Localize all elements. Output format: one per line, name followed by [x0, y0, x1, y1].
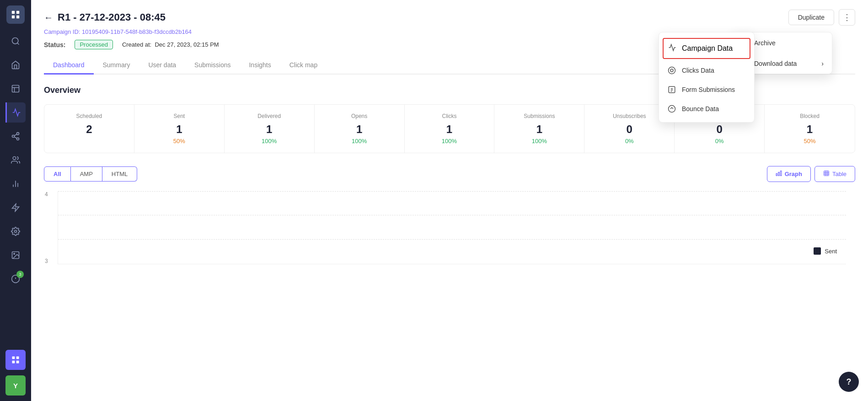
stat-clicks-pct: 100%: [409, 138, 490, 144]
sidebar-item-users[interactable]: [5, 150, 26, 170]
header-area: ← R1 - 27-12-2023 - 08:45 Duplicate ⋮ Ar…: [31, 0, 868, 75]
sidebar-item-user-avatar[interactable]: Y: [5, 375, 26, 396]
sidebar-item-home[interactable]: [5, 55, 26, 75]
stat-submissions-pct: 100%: [499, 138, 579, 144]
help-button[interactable]: ?: [839, 372, 859, 392]
logo[interactable]: [6, 5, 25, 24]
svg-rect-6: [12, 86, 19, 92]
svg-rect-3: [16, 16, 19, 18]
stat-scheduled-value: 2: [49, 123, 129, 136]
filter-html-button[interactable]: HTML: [102, 166, 137, 182]
table-view-button[interactable]: Table: [814, 166, 855, 182]
stat-delivered: Delivered 1 100%: [225, 105, 315, 153]
svg-rect-38: [780, 171, 781, 176]
stat-opens-value: 1: [319, 123, 400, 136]
stat-opens-pct: 100%: [319, 138, 400, 144]
tab-submissions[interactable]: Submissions: [185, 57, 240, 75]
legend-label-sent: Sent: [825, 248, 837, 255]
y-label-4: 4: [45, 191, 48, 198]
table-btn-label: Table: [832, 171, 847, 177]
sidebar-item-share[interactable]: [5, 126, 26, 146]
stat-unsubscribes-label: Unsubscribes: [589, 113, 670, 119]
svg-rect-26: [16, 357, 19, 359]
created-label: Created at:: [122, 41, 151, 48]
clicks-data-label: Clicks Data: [682, 67, 714, 74]
svg-point-21: [14, 253, 15, 255]
tab-click-map[interactable]: Click map: [280, 57, 327, 75]
status-label: Status:: [44, 41, 65, 48]
chevron-right-icon: ›: [821, 60, 824, 67]
sidebar-item-analytics[interactable]: [5, 174, 26, 194]
svg-point-10: [12, 135, 15, 138]
stat-submissions-value: 1: [499, 123, 579, 136]
stat-scheduled-label: Scheduled: [49, 113, 129, 119]
stat-delivered-value: 1: [229, 123, 310, 136]
tab-summary[interactable]: Summary: [94, 57, 139, 75]
form-submissions-icon: [667, 86, 676, 94]
sidebar-item-reports[interactable]: [5, 79, 26, 99]
created-at: Created at: Dec 27, 2023, 02:15 PM: [122, 41, 219, 48]
filter-all-button[interactable]: All: [44, 166, 71, 182]
form-submissions-menu-item[interactable]: Form Submissions: [659, 80, 754, 99]
tab-insights[interactable]: Insights: [240, 57, 280, 75]
svg-rect-0: [12, 11, 15, 14]
form-submissions-label: Form Submissions: [682, 86, 735, 93]
stat-blocked-label: Blocked: [769, 113, 850, 119]
duplicate-button[interactable]: Duplicate: [788, 10, 834, 25]
download-label: Download data: [754, 60, 797, 67]
stat-sent: Sent 1 50%: [134, 105, 225, 153]
view-buttons: Graph Table: [767, 166, 855, 182]
svg-line-5: [17, 43, 19, 45]
campaign-data-label: Campaign Data: [682, 44, 733, 53]
page-title: R1 - 27-12-2023 - 08:45: [58, 11, 166, 23]
dashboard-content: Overview Scheduled 2 Sent 1 50% Delivere…: [31, 75, 868, 401]
svg-rect-41: [824, 171, 829, 176]
chart-y-axis: 4 3: [45, 191, 48, 264]
svg-point-9: [17, 133, 19, 135]
filter-buttons: All AMP HTML: [44, 166, 137, 182]
more-options-button[interactable]: ⋮: [839, 9, 855, 26]
sidebar-item-billing[interactable]: 3: [5, 269, 26, 289]
sidebar-item-campaigns[interactable]: [5, 102, 26, 123]
svg-rect-39: [778, 172, 779, 176]
svg-line-13: [14, 134, 17, 135]
stat-submissions-label: Submissions: [499, 113, 579, 119]
svg-point-33: [670, 69, 673, 72]
svg-marker-18: [12, 204, 19, 212]
tab-dashboard[interactable]: Dashboard: [44, 57, 94, 75]
tab-user-data[interactable]: User data: [139, 57, 185, 75]
bar-chart-icon: [776, 170, 782, 178]
sidebar-item-search[interactable]: [5, 31, 26, 51]
svg-rect-28: [16, 361, 19, 364]
svg-point-19: [15, 230, 17, 233]
chart-container: 4 3 Sent: [58, 191, 846, 264]
archive-label: Archive: [754, 39, 776, 47]
sidebar-item-automation[interactable]: [5, 198, 26, 218]
campaign-data-menu-item[interactable]: Campaign Data: [663, 38, 750, 59]
svg-rect-25: [12, 357, 15, 359]
billing-badge: 3: [16, 271, 24, 278]
bounce-data-icon: [667, 105, 676, 113]
stat-unsubscribes-value: 0: [589, 123, 670, 136]
graph-btn-label: Graph: [785, 171, 802, 177]
clicks-data-icon: [667, 66, 676, 75]
campaign-data-icon: [668, 43, 676, 53]
stat-unsubscribes2-pct: 0%: [679, 138, 760, 144]
sidebar-item-app[interactable]: [5, 350, 26, 370]
sidebar-item-settings[interactable]: [5, 221, 26, 241]
created-value: Dec 27, 2023, 02:15 PM: [155, 41, 219, 48]
filter-amp-button[interactable]: AMP: [71, 166, 102, 182]
grid-line-3: [58, 215, 846, 215]
stat-delivered-label: Delivered: [229, 113, 310, 119]
svg-point-11: [17, 138, 19, 140]
stat-delivered-pct: 100%: [229, 138, 310, 144]
stat-blocked-value: 1: [769, 123, 850, 136]
svg-line-12: [14, 137, 17, 138]
svg-rect-2: [12, 16, 15, 18]
sidebar-item-media[interactable]: [5, 245, 26, 265]
bounce-data-menu-item[interactable]: Bounce Data: [659, 99, 754, 118]
stat-sent-label: Sent: [139, 113, 220, 119]
back-button[interactable]: ←: [44, 12, 53, 23]
graph-view-button[interactable]: Graph: [767, 166, 811, 182]
clicks-data-menu-item[interactable]: Clicks Data: [659, 61, 754, 80]
